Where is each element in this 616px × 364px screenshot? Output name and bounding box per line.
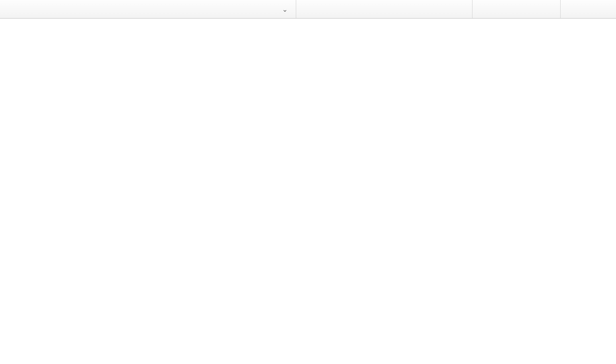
column-header-row: ⌄ <box>0 0 616 19</box>
column-header-size[interactable] <box>473 0 561 18</box>
column-header-date[interactable] <box>296 0 473 18</box>
column-header-kind[interactable] <box>561 0 616 18</box>
sort-indicator-icon: ⌄ <box>282 5 288 13</box>
column-header-name[interactable]: ⌄ <box>0 0 296 18</box>
